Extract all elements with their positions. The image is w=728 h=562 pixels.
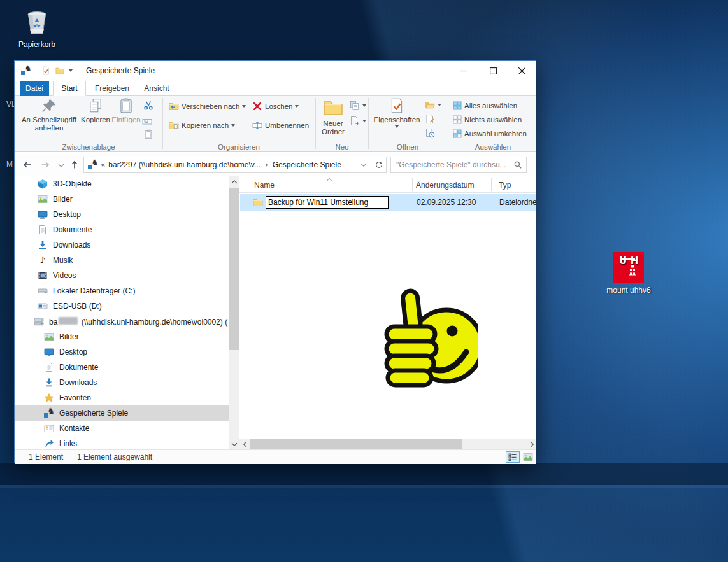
new-folder-button[interactable]: Neuer Ordner <box>318 97 348 136</box>
column-header-date-modified[interactable]: Änderungsdatum <box>416 181 474 190</box>
rename-input[interactable]: Backup für Win11 Umstellung <box>266 196 389 209</box>
search-box[interactable] <box>390 157 527 173</box>
scroll-right-arrow-icon[interactable] <box>526 439 536 449</box>
copy-icon <box>87 97 104 114</box>
sidebar-item-label: Videos <box>53 271 76 280</box>
forward-icon[interactable] <box>40 160 50 170</box>
item-count: 1 Element <box>29 453 63 461</box>
sidebar-item-videos[interactable]: Videos <box>15 268 229 283</box>
title-bar[interactable]: ♞ Gespeicherte Spiele <box>15 61 536 80</box>
paste-shortcut-icon[interactable] <box>143 129 153 139</box>
close-button[interactable] <box>507 61 536 80</box>
details-view-button[interactable] <box>506 451 520 463</box>
sidebar-item-label: Desktop <box>53 210 81 219</box>
open-button[interactable] <box>425 100 441 110</box>
tab-start[interactable]: Start <box>53 81 86 96</box>
tab-view[interactable]: Ansicht <box>137 81 176 96</box>
sidebar-item-label: Kontakte <box>59 424 89 433</box>
invert-selection-button[interactable]: Auswahl umkehren <box>453 129 527 138</box>
sidebar-item-saved-games[interactable]: ♞ Gespeicherte Spiele <box>15 405 229 421</box>
sidebar-item-favorites[interactable]: Favoriten <box>15 390 229 405</box>
status-bar: 1 Element 1 Element ausgewählt <box>15 449 536 464</box>
sidebar-item-network-home-drive[interactable]: ba (\\uhhdisk.uni-hamburg.de\home\vol000… <box>15 314 229 329</box>
column-header-type[interactable]: Typ <box>499 181 511 190</box>
desktop-icon-recycle-bin[interactable]: Papierkorb <box>13 5 61 49</box>
file-type: Dateiordner <box>499 198 536 207</box>
nav-vertical-scrollbar[interactable] <box>229 176 239 449</box>
chevron-down-icon <box>438 104 441 106</box>
downloads-icon <box>44 377 54 388</box>
paste-button[interactable]: Einfügen <box>110 97 142 124</box>
desktop-icon-mount-uhhv6[interactable]: U H mount uhhv6 <box>604 252 653 295</box>
column-separator[interactable] <box>412 178 413 191</box>
cut-icon[interactable] <box>143 101 153 111</box>
pin-to-quick-access-button[interactable]: An Schnellzugriff anheften <box>18 97 80 132</box>
sidebar-item-links[interactable]: Links <box>15 436 229 449</box>
scroll-up-arrow-icon[interactable] <box>229 176 239 187</box>
easy-access-button[interactable] <box>350 116 366 126</box>
sidebar-item-pictures-home[interactable]: Bilder <box>15 329 229 344</box>
address-bar[interactable]: ♞ « bar2297 (\\uhhdisk.uni-hamburg.de\ho… <box>83 157 371 173</box>
sidebar-item-documents-home[interactable]: Dokumente <box>15 360 229 375</box>
large-icons-view-button[interactable] <box>521 451 535 463</box>
scroll-down-arrow-icon[interactable] <box>229 439 239 449</box>
qat-new-folder-icon[interactable] <box>55 66 64 75</box>
file-row-selected[interactable]: Backup für Win11 Umstellung 02.09.2025 1… <box>240 194 536 211</box>
qat-properties-icon[interactable] <box>41 66 50 75</box>
qat-customize-chevron-icon[interactable] <box>69 69 73 72</box>
scrollbar-thumb[interactable] <box>250 439 462 449</box>
file-date-modified: 02.09.2025 12:30 <box>417 198 476 207</box>
search-icon[interactable] <box>513 160 522 169</box>
file-pane-horizontal-scrollbar[interactable] <box>239 439 536 449</box>
sidebar-item-desktop[interactable]: Desktop <box>15 207 229 222</box>
breadcrumb-segment-1[interactable]: bar2297 (\\uhhdisk.uni-hamburg.de\home\v… <box>108 160 261 169</box>
history-button[interactable] <box>425 128 435 138</box>
sidebar-item-pictures[interactable]: Bilder <box>15 192 229 207</box>
sidebar-item-local-disk-c[interactable]: Lokaler Datenträger (C:) <box>15 283 229 299</box>
move-to-button[interactable]: Verschieben nach <box>169 101 246 111</box>
pictures-icon <box>44 332 54 342</box>
up-icon[interactable] <box>69 160 80 170</box>
sidebar-item-downloads-home[interactable]: Downloads <box>15 375 229 390</box>
refresh-button[interactable] <box>371 157 387 173</box>
properties-button[interactable]: Eigenschaften <box>373 97 421 128</box>
copy-path-icon[interactable] <box>142 116 152 127</box>
breadcrumb-overflow-chevrons[interactable]: « <box>101 160 105 169</box>
maximize-button[interactable] <box>478 61 508 80</box>
sidebar-item-contacts[interactable]: Kontakte <box>15 421 229 436</box>
file-pane: Name Änderungsdatum Typ Backup für Win11… <box>239 176 536 449</box>
back-icon[interactable] <box>22 160 32 170</box>
address-dropdown-chevron-icon[interactable] <box>359 160 368 169</box>
open-folder-icon <box>425 100 435 110</box>
tab-file[interactable]: Datei <box>20 81 49 96</box>
sidebar-item-downloads[interactable]: Downloads <box>15 237 229 253</box>
group-separator <box>315 98 316 149</box>
delete-button[interactable]: Löschen <box>252 101 299 111</box>
column-header-row: Name Änderungsdatum Typ <box>239 176 536 193</box>
sidebar-item-desktop-home[interactable]: Desktop <box>15 344 229 360</box>
scroll-left-arrow-icon[interactable] <box>239 439 250 449</box>
new-item-button[interactable] <box>350 101 366 111</box>
sidebar-item-3d-objects[interactable]: 3D-Objekte <box>15 176 229 192</box>
sidebar-item-music[interactable]: ♪ Musik <box>15 253 229 268</box>
select-none-button[interactable]: Nichts auswählen <box>453 115 522 124</box>
column-header-name[interactable]: Name <box>254 181 275 190</box>
recent-locations-chevron-icon[interactable] <box>57 161 66 170</box>
edit-button[interactable] <box>425 114 435 124</box>
sidebar-item-esd-usb-d[interactable]: ESD-USB (D:) <box>15 299 229 314</box>
rename-button[interactable]: Umbenennen <box>252 120 309 130</box>
explorer-window: ♞ Gespeicherte Spiele Datei Start Freige… <box>14 60 536 463</box>
breadcrumb-segment-2[interactable]: Gespeicherte Spiele <box>273 160 341 169</box>
delete-label: Löschen <box>265 102 292 110</box>
videos-icon <box>38 270 48 281</box>
main-area: 3D-Objekte Bilder Desktop Dokumente Down… <box>15 176 536 449</box>
column-separator[interactable] <box>491 178 492 191</box>
copy-to-button[interactable]: Kopieren nach <box>169 120 235 130</box>
scrollbar-thumb[interactable] <box>229 188 239 350</box>
tab-share[interactable]: Freigeben <box>90 81 134 96</box>
select-all-button[interactable]: Alles auswählen <box>453 101 517 110</box>
sidebar-item-documents[interactable]: Dokumente <box>15 222 229 237</box>
minimize-button[interactable] <box>449 61 478 80</box>
copy-button[interactable]: Kopieren <box>80 97 111 124</box>
search-input[interactable] <box>391 160 513 169</box>
